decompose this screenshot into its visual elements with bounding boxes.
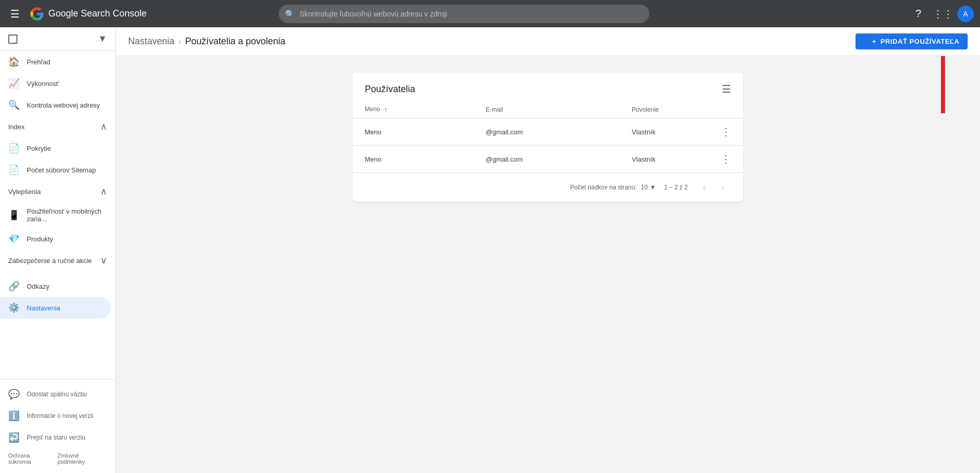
section-label: Vylepšenia (8, 188, 41, 196)
sidebar-item-odkazy[interactable]: 🔗 Odkazy (0, 275, 111, 297)
sidebar-item-label: Odkazy (27, 283, 49, 290)
section-label: Index (8, 123, 25, 131)
col-header-permission: Povolenie (619, 101, 708, 118)
pagination-range: 1 – 2 z 2 (664, 184, 688, 191)
sidebar-item-label: Výkonnosť (27, 80, 59, 87)
menu-icon[interactable]: ☰ (6, 4, 24, 24)
cell-actions-1: ⋮ (708, 146, 743, 173)
breadcrumb: Nastavenia › Používatelia a povolenia (128, 36, 286, 47)
sidebar-item-label: Prejsť na starú verziu (27, 434, 85, 441)
section-header-vylepsenia[interactable]: Vylepšenia ∧ (0, 181, 115, 202)
users-card-title: Používatelia (365, 84, 415, 95)
app-logo: Google Search Console (30, 7, 147, 21)
sidebar: ▼ 🏠 Prehľad 📈 Výkonnosť 🔍 Kontrola webov… (0, 27, 116, 473)
cell-email-1: @gmail.com (473, 146, 619, 173)
sidebar-item-kontrola[interactable]: 🔍 Kontrola webovej adresy (0, 94, 111, 116)
col-header-name: Meno ↑ (352, 101, 473, 118)
sidebar-item-label: Pokrytie (27, 145, 51, 152)
avatar[interactable]: A (957, 6, 974, 22)
users-table-body: Meno @gmail.com Vlastník ⋮ Meno @gmail.c… (352, 118, 743, 173)
breadcrumb-parent[interactable]: Nastavenia (128, 36, 174, 47)
sidebar-item-label: Počet súborov Sitemap (27, 166, 96, 174)
apps-icon[interactable]: ⋮⋮ (933, 4, 953, 24)
inspect-icon: 🔍 (8, 99, 19, 111)
filter-icon[interactable]: ☰ (722, 83, 731, 95)
sidebar-item-label: Produkty (27, 235, 53, 243)
users-card: Používatelia ☰ Meno ↑ E-mail (352, 73, 743, 202)
sidebar-item-pokrytie[interactable]: 📄 Pokrytie (0, 137, 111, 159)
cell-email-0: @gmail.com (473, 118, 619, 146)
links-icon: 🔗 (8, 281, 19, 292)
home-icon: 🏠 (8, 56, 19, 67)
footer-legal-links: Ochrana súkromia Zmluvné podmienky (0, 448, 115, 469)
users-card-header: Používatelia ☰ (352, 73, 743, 101)
col-header-email: E-mail (473, 101, 619, 118)
pagination: Počet riadkov na stranu: 10 ▼ 1 – 2 z 2 … (352, 172, 743, 202)
sidebar-item-label: Odoslať spätnú väzbu (27, 391, 87, 398)
pagination-navigation: ‹ › (696, 179, 731, 196)
sidebar-item-spatna-vazba[interactable]: 💬 Odoslať spätnú väzbu (0, 383, 111, 405)
col-header-actions (708, 101, 743, 118)
rows-per-page-value: 10 (641, 184, 648, 191)
feedback-icon: 💬 (8, 389, 19, 400)
row-more-icon-1[interactable]: ⋮ (721, 153, 731, 165)
sitemap-icon: 📄 (8, 164, 19, 176)
rows-per-page-select[interactable]: 10 ▼ (641, 184, 656, 191)
table-row: Meno @gmail.com Vlastník ⋮ (352, 146, 743, 173)
sidebar-item-produkty[interactable]: 💎 Produkty (0, 228, 111, 250)
sidebar-item-stara-verzia[interactable]: ↩️ Prejsť na starú verziu (0, 427, 111, 448)
info-icon: ℹ️ (8, 410, 19, 422)
search-bar-icon: 🔍 (285, 9, 295, 19)
pagination-prev-button[interactable]: ‹ (696, 179, 712, 196)
property-selector[interactable]: ▼ (0, 27, 115, 51)
section-label: Zabezpečenie a ručné akcie (8, 257, 92, 265)
page-layout: ▼ 🏠 Prehľad 📈 Výkonnosť 🔍 Kontrola webov… (0, 27, 980, 473)
table-header-row: Meno ↑ E-mail Povolenie (352, 101, 743, 118)
sidebar-item-vykonnost[interactable]: 📈 Výkonnosť (0, 73, 111, 94)
help-icon[interactable]: ? (908, 4, 929, 24)
products-icon: 💎 (8, 233, 19, 244)
cell-name-1: Meno (352, 146, 473, 173)
sidebar-item-nova-verzia[interactable]: ℹ️ Informácie o novej verzii (0, 405, 111, 427)
row-more-icon-0[interactable]: ⋮ (721, 126, 731, 138)
section-header-index[interactable]: Index ∧ (0, 116, 115, 137)
sidebar-item-prehad[interactable]: 🏠 Prehľad (0, 51, 111, 73)
add-user-button[interactable]: 👤+ PRIDAŤ POUŽÍVATEĽA (856, 33, 968, 49)
pagination-rows-per-page: Počet riadkov na stranu: 10 ▼ (570, 184, 656, 191)
rows-per-page-dropdown-icon: ▼ (650, 184, 656, 191)
page-body: Používatelia ☰ Meno ↑ E-mail (116, 56, 980, 218)
chevron-up-icon: ∧ (100, 121, 107, 132)
breadcrumb-separator: › (179, 38, 181, 46)
chevron-down-icon: ∨ (100, 255, 107, 266)
back-icon: ↩️ (8, 432, 19, 443)
nav-right-section: ? ⋮⋮ A (908, 4, 974, 24)
chart-icon: 📈 (8, 78, 19, 89)
mobile-icon: 📱 (8, 209, 19, 221)
cell-permission-1: Vlastník (619, 146, 708, 173)
sidebar-item-label: Nastavenia (27, 304, 60, 312)
add-user-icon: 👤+ (864, 38, 877, 45)
page-header: Nastavenia › Používatelia a povolenia 👤+… (116, 27, 980, 56)
app-title: Google Search Console (48, 8, 147, 19)
cell-permission-0: Vlastník (619, 118, 708, 146)
property-checkbox (8, 34, 17, 44)
chevron-up-icon-2: ∧ (100, 186, 107, 197)
property-dropdown-icon[interactable]: ▼ (98, 33, 107, 44)
table-row: Meno @gmail.com Vlastník ⋮ (352, 118, 743, 146)
sort-icon[interactable]: ↑ (384, 106, 387, 114)
annotation-arrow-line (941, 51, 945, 113)
sidebar-item-nastavenia[interactable]: ⚙️ Nastavenia (0, 297, 111, 319)
search-input[interactable] (279, 5, 649, 23)
sidebar-item-label: Prehľad (27, 58, 50, 66)
terms-link[interactable]: Zmluvné podmienky (58, 452, 107, 465)
pagination-next-button[interactable]: › (715, 179, 731, 196)
privacy-link[interactable]: Ochrana súkromia (8, 452, 54, 465)
main-content: Nastavenia › Používatelia a povolenia 👤+… (116, 27, 980, 473)
sidebar-footer: 💬 Odoslať spätnú väzbu ℹ️ Informácie o n… (0, 379, 115, 469)
sidebar-item-mobilne[interactable]: 📱 Použiteľnosť v mobilných zaria... (0, 202, 111, 228)
section-header-zabezpecenie[interactable]: Zabezpečenie a ručné akcie ∨ (0, 250, 115, 271)
breadcrumb-current: Používatelia a povolenia (185, 36, 286, 47)
sidebar-item-sitemap[interactable]: 📄 Počet súborov Sitemap (0, 159, 111, 181)
coverage-icon: 📄 (8, 143, 19, 154)
users-table: Meno ↑ E-mail Povolenie (352, 101, 743, 172)
